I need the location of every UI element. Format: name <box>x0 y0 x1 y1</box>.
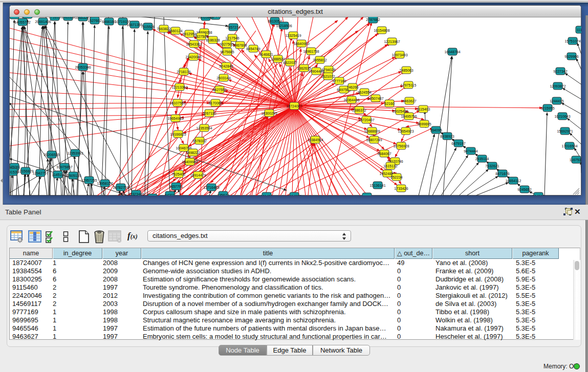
svg-text:28053346: 28053346 <box>75 65 91 69</box>
svg-text:9684067: 9684067 <box>377 152 391 156</box>
svg-text:7857274: 7857274 <box>226 26 240 29</box>
svg-text:9146821: 9146821 <box>259 53 273 56</box>
svg-text:8471676: 8471676 <box>495 172 509 176</box>
svg-text:13654923: 13654923 <box>398 129 413 133</box>
svg-text:16107553: 16107553 <box>169 101 185 105</box>
svg-text:10507487: 10507487 <box>367 97 383 100</box>
svg-text:1733426: 1733426 <box>394 187 408 190</box>
svg-text:1621072: 1621072 <box>321 75 335 78</box>
svg-text:9657791: 9657791 <box>169 185 183 188</box>
svg-text:8427552: 8427552 <box>212 88 226 92</box>
svg-text:114519: 114519 <box>52 173 64 177</box>
svg-text:12156829: 12156829 <box>17 169 33 173</box>
svg-text:101459: 101459 <box>260 194 272 195</box>
svg-text:771615: 771615 <box>49 17 60 19</box>
svg-text:64201: 64201 <box>165 193 175 195</box>
svg-text:252234: 252234 <box>390 176 402 179</box>
svg-text:18300295: 18300295 <box>261 112 277 115</box>
svg-text:16543362: 16543362 <box>186 42 202 46</box>
svg-text:12323446: 12323446 <box>128 192 144 195</box>
svg-text:8454749: 8454749 <box>246 47 260 51</box>
svg-text:15692971: 15692971 <box>557 129 573 133</box>
svg-text:17016504: 17016504 <box>561 144 577 148</box>
svg-text:18640910: 18640910 <box>293 42 309 46</box>
svg-text:2967608: 2967608 <box>233 43 247 47</box>
svg-text:15751074: 15751074 <box>564 39 580 43</box>
svg-text:13325419: 13325419 <box>285 34 301 37</box>
svg-text:1112: 1112 <box>577 28 581 32</box>
svg-text:6794028: 6794028 <box>321 68 335 72</box>
svg-text:10973493: 10973493 <box>391 53 407 57</box>
svg-text:12093872: 12093872 <box>550 84 565 88</box>
svg-text:16648784: 16648784 <box>444 50 460 54</box>
svg-text:1527602: 1527602 <box>88 19 101 23</box>
svg-text:16914479: 16914479 <box>190 173 206 177</box>
svg-text:9227342: 9227342 <box>553 70 567 73</box>
svg-text:12353594: 12353594 <box>196 126 212 130</box>
svg-text:10688609: 10688609 <box>364 129 380 133</box>
svg-text:12942757: 12942757 <box>32 171 48 175</box>
svg-text:19166825: 19166825 <box>170 133 186 136</box>
svg-text:9699695: 9699695 <box>417 122 431 126</box>
svg-text:5578332: 5578332 <box>192 139 206 143</box>
svg-text:1615132: 1615132 <box>383 164 397 168</box>
svg-text:9810: 9810 <box>10 17 18 17</box>
svg-text:16782759: 16782759 <box>113 186 128 189</box>
svg-text:746266: 746266 <box>346 85 358 89</box>
svg-text:16671355: 16671355 <box>126 23 142 27</box>
svg-text:6466160: 6466160 <box>102 20 116 24</box>
svg-text:62160: 62160 <box>384 102 395 105</box>
svg-text:17957255: 17957255 <box>81 179 97 182</box>
svg-text:18495756: 18495756 <box>401 115 417 118</box>
svg-text:12353993: 12353993 <box>67 151 83 155</box>
svg-text:17975115: 17975115 <box>401 83 417 87</box>
svg-text:1388520: 1388520 <box>271 57 285 61</box>
svg-text:5498222: 5498222 <box>186 151 200 155</box>
svg-text:16409948: 16409948 <box>182 160 198 164</box>
svg-text:2386372: 2386372 <box>352 108 366 112</box>
svg-text:10654112: 10654112 <box>506 179 521 183</box>
svg-text:16210643: 16210643 <box>554 115 570 118</box>
svg-text:8170065: 8170065 <box>208 101 222 105</box>
svg-text:19384554: 19384554 <box>307 138 323 142</box>
svg-text:9463627: 9463627 <box>402 99 416 103</box>
svg-text:9327505: 9327505 <box>220 42 233 46</box>
svg-text:9245652: 9245652 <box>517 188 531 191</box>
svg-text:18807249: 18807249 <box>366 138 382 142</box>
svg-text:15720407: 15720407 <box>358 118 374 122</box>
svg-text:6479197: 6479197 <box>451 142 465 145</box>
svg-text:2603144: 2603144 <box>216 76 230 80</box>
svg-text:14055712: 14055712 <box>14 20 30 24</box>
svg-text:7632621: 7632621 <box>485 164 499 168</box>
svg-text:16961758: 16961758 <box>303 50 319 53</box>
svg-text:19218506: 19218506 <box>276 24 292 28</box>
svg-text:7625402: 7625402 <box>171 172 185 176</box>
svg-text:3624554: 3624554 <box>357 91 371 94</box>
svg-text:16053809: 16053809 <box>198 17 213 19</box>
svg-text:135672: 135672 <box>217 193 229 195</box>
svg-text:8660124: 8660124 <box>168 29 182 33</box>
svg-text:2935114: 2935114 <box>475 157 489 161</box>
svg-text:3267110: 3267110 <box>203 112 216 115</box>
svg-text:164095: 164095 <box>430 128 442 132</box>
svg-text:1262334: 1262334 <box>360 195 374 195</box>
svg-text:15136141: 15136141 <box>369 184 385 187</box>
svg-text:1244415: 1244415 <box>550 99 563 103</box>
svg-text:3115403: 3115403 <box>417 107 430 111</box>
svg-text:12213967: 12213967 <box>384 40 400 43</box>
svg-text:8322037: 8322037 <box>283 61 297 64</box>
svg-text:8186328: 8186328 <box>206 38 220 42</box>
svg-text:7485063: 7485063 <box>399 69 413 72</box>
svg-text:9242845: 9242845 <box>219 64 233 68</box>
svg-text:1217546: 1217546 <box>225 36 239 40</box>
svg-text:12505135: 12505135 <box>65 174 81 178</box>
svg-text:3215955: 3215955 <box>540 106 554 110</box>
svg-text:23420046: 23420046 <box>185 55 201 59</box>
svg-text:18724007: 18724007 <box>286 104 302 108</box>
svg-text:13958157: 13958157 <box>97 182 113 185</box>
svg-text:9474444: 9474444 <box>464 149 477 153</box>
svg-text:2787682: 2787682 <box>366 18 380 21</box>
svg-text:7955812: 7955812 <box>313 58 326 62</box>
svg-text:16154808: 16154808 <box>374 29 389 32</box>
svg-text:9329966: 9329966 <box>564 55 578 58</box>
